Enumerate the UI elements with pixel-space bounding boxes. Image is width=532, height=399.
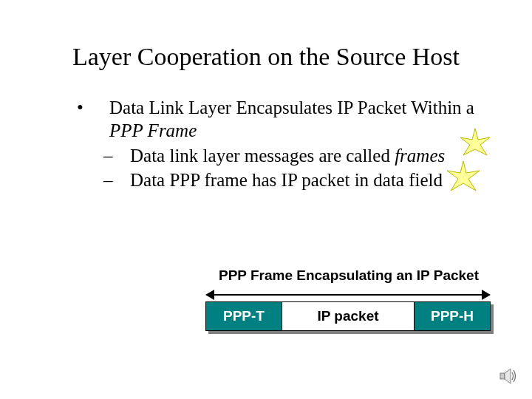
slide-title: Layer Cooperation on the Source Host — [0, 43, 532, 71]
ppp-frame-diagram: PPP-T IP packet PPP-H — [205, 301, 494, 334]
dash-marker: – — [117, 168, 130, 191]
svg-rect-2 — [500, 373, 505, 379]
body-text: •Data Link Layer Encapsulates IP Packet … — [93, 96, 485, 191]
star-icon — [445, 160, 482, 197]
segment-ppp-trailer: PPP-T — [206, 302, 282, 330]
svg-marker-1 — [447, 161, 480, 191]
star-icon — [458, 127, 492, 161]
sound-icon[interactable] — [499, 368, 519, 384]
svg-marker-0 — [460, 129, 490, 155]
bullet2a-text: Data link layer messages are called — [130, 146, 395, 166]
bullet-level1: •Data Link Layer Encapsulates IP Packet … — [93, 96, 485, 143]
svg-marker-3 — [505, 369, 511, 383]
diagram-caption: PPP Frame Encapsulating an IP Packet — [201, 267, 497, 284]
segment-ip-payload: IP packet — [282, 302, 415, 330]
double-arrow-icon — [205, 290, 491, 300]
bullet-text-part1: Data Link Layer Encapsulates IP Packet W… — [109, 98, 474, 117]
bullet-marker: • — [93, 96, 109, 119]
dash-marker: – — [117, 144, 130, 167]
bullet2b-text: Data PPP frame has IP packet in data fie… — [130, 170, 443, 190]
segment-ppp-header: PPP-H — [415, 302, 490, 330]
bullet-text-italic: PPP Frame — [109, 120, 197, 140]
bullet-level2-a: –Data link layer messages are called fra… — [93, 144, 485, 167]
bullet-level2-b: –Data PPP frame has IP packet in data fi… — [93, 168, 485, 191]
bullet2a-italic: frames — [395, 146, 445, 166]
frame-row: PPP-T IP packet PPP-H — [205, 301, 491, 331]
slide: Layer Cooperation on the Source Host •Da… — [0, 0, 532, 399]
